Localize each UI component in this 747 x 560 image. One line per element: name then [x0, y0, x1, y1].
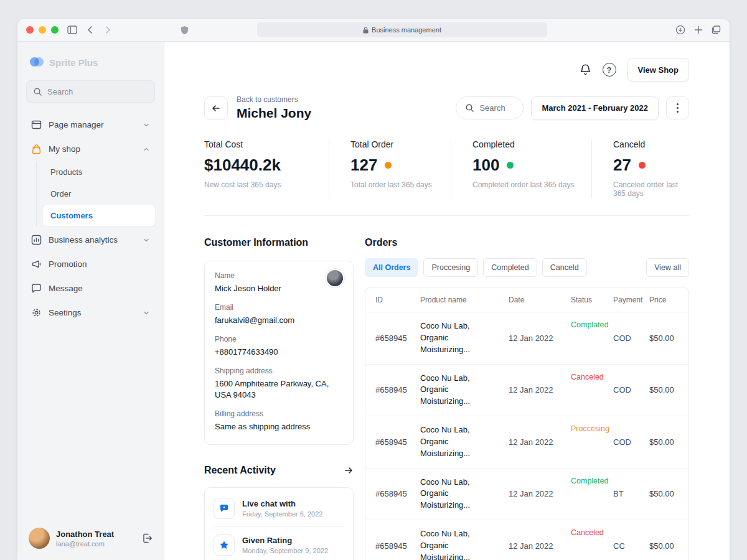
- window-controls[interactable]: [26, 26, 59, 34]
- cell-price: $50.00: [649, 541, 679, 551]
- orders-title: Orders: [365, 237, 689, 248]
- col-payment: Payment: [613, 296, 649, 304]
- header-search-input[interactable]: [479, 103, 514, 113]
- new-tab-icon[interactable]: [694, 26, 703, 34]
- sidebar-item-order[interactable]: Order: [43, 183, 155, 205]
- stat-sub: Total order last 365 days: [350, 180, 444, 189]
- green-dot: [507, 162, 514, 169]
- cell-payment: CC: [613, 541, 649, 551]
- table-row[interactable]: #658945 Coco Nu Lab, Organic Moisturizin…: [365, 469, 688, 521]
- arrow-right-icon[interactable]: [344, 465, 354, 475]
- activity-item-rating[interactable]: Given Rating Monday, September 9, 2022: [214, 526, 344, 560]
- cell-status: Canceled: [571, 528, 613, 537]
- activity-title: Live chat with: [242, 499, 322, 508]
- back-nav-icon[interactable]: [86, 26, 95, 34]
- address-bar[interactable]: Business management: [257, 22, 547, 37]
- stat-label: Canceld: [613, 139, 683, 149]
- tab-all-orders[interactable]: All Orders: [365, 258, 418, 277]
- view-shop-button[interactable]: View Shop: [627, 58, 690, 82]
- logo-text: Sprite Plus: [49, 57, 98, 68]
- shop-bag-icon: [31, 144, 42, 154]
- sidebar-item-message[interactable]: Message: [26, 276, 155, 301]
- bell-icon[interactable]: [580, 63, 591, 76]
- sidebar-item-customers[interactable]: Customers: [43, 205, 155, 226]
- cell-payment: COD: [613, 334, 649, 343]
- date-range-button[interactable]: March 2021 - February 2022: [531, 96, 659, 120]
- col-date: Date: [509, 296, 571, 304]
- stat-value: 100: [472, 156, 499, 175]
- table-row[interactable]: #658945 Coco Nu Lab, Organic Moisturizin…: [365, 365, 688, 417]
- tab-canceled[interactable]: Canceld: [542, 258, 587, 277]
- sidebar-item-promotion[interactable]: Promotion: [26, 252, 155, 276]
- tab-overview-icon[interactable]: [712, 26, 721, 34]
- stat-label: Total Cost: [204, 139, 322, 149]
- back-button[interactable]: [204, 96, 228, 120]
- sidebar-item-label: Page manager: [49, 120, 104, 129]
- stat-label: Completed: [472, 139, 585, 149]
- sidebar-item-business-analytics[interactable]: Business analytics: [26, 228, 155, 252]
- minimize-window-button[interactable]: [39, 26, 46, 34]
- forward-nav-icon[interactable]: [103, 26, 112, 34]
- message-icon: [31, 283, 42, 294]
- sidebar-toggle-icon[interactable]: [67, 26, 77, 34]
- header-search[interactable]: [456, 96, 524, 119]
- view-all-button[interactable]: View all: [646, 258, 689, 277]
- page-manager-icon: [31, 119, 42, 130]
- breadcrumb[interactable]: Back to customers: [237, 95, 311, 104]
- activity-date: Monday, September 9, 2022: [242, 547, 328, 554]
- cell-product: Coco Nu Lab, Organic Moisturizing...: [420, 320, 509, 356]
- star-icon: [214, 534, 235, 556]
- orders-table: ID Product name Date Status Payment Pric…: [365, 287, 689, 560]
- analytics-icon: [31, 235, 42, 245]
- user-name: Jonathon Treat: [56, 530, 114, 539]
- field-value: farukalvi8@gmail.com: [215, 315, 343, 327]
- chevron-up-icon: [143, 146, 150, 153]
- user-profile[interactable]: Jonathon Treat lana@treat.com: [26, 521, 155, 551]
- more-options-button[interactable]: [666, 96, 689, 119]
- chevron-down-icon: [143, 236, 150, 244]
- page-title: Michel Jony: [237, 106, 311, 121]
- cell-id: #658945: [375, 334, 420, 343]
- sidebar-item-label: Promotion: [49, 259, 87, 269]
- stat-total-order: Total Order 127 Total order last 365 day…: [329, 139, 451, 198]
- help-icon[interactable]: ?: [603, 63, 616, 77]
- cell-price: $50.00: [649, 334, 679, 343]
- table-row[interactable]: #658945 Coco Nu Lab, Organic Moisturizin…: [365, 520, 688, 560]
- sidebar-search-input[interactable]: [47, 87, 148, 96]
- close-window-button[interactable]: [26, 26, 34, 34]
- sidebar-item-settings[interactable]: Seetings: [26, 301, 155, 325]
- sidebar-search[interactable]: [26, 80, 155, 103]
- sidebar-item-my-shop[interactable]: My shop: [26, 137, 155, 161]
- tab-processing[interactable]: Proccesing: [423, 258, 478, 277]
- cell-product: Coco Nu Lab, Organic Moisturizing...: [420, 528, 509, 560]
- field-value: Same as shipping address: [215, 421, 343, 433]
- tab-completed[interactable]: Completed: [483, 258, 537, 277]
- maximize-window-button[interactable]: [51, 26, 59, 34]
- cell-payment: COD: [613, 385, 649, 394]
- cell-price: $50.00: [649, 437, 679, 447]
- activity-date: Friday, September 6, 2022: [242, 510, 322, 518]
- browser-toolbar: Business management: [17, 19, 730, 42]
- lock-icon: [363, 27, 369, 34]
- field-value: 1600 Amphiteatre Parkway, CA, USA 94043: [215, 378, 343, 402]
- browser-window: Business management Sprite Plus: [17, 19, 730, 560]
- cell-id: #658945: [375, 437, 420, 447]
- table-row[interactable]: #658945 Coco Nu Lab, Organic Moisturizin…: [365, 416, 688, 469]
- table-row[interactable]: #658945 Coco Nu Lab, Organic Moisturizin…: [365, 312, 688, 365]
- field-value: +8801774633490: [215, 347, 343, 358]
- sidebar-item-page-manager[interactable]: Page manager: [26, 113, 155, 137]
- sidebar: Sprite Plus Page manager: [17, 42, 164, 560]
- cell-date: 12 Jan 2022: [509, 489, 571, 498]
- address-text: Business management: [372, 26, 441, 34]
- customer-info-title: Customer Information: [204, 237, 354, 248]
- field-label: Email: [215, 303, 343, 312]
- downloads-icon[interactable]: [675, 25, 685, 35]
- cell-date: 12 Jan 2022: [509, 334, 571, 343]
- sidebar-item-products[interactable]: Products: [43, 161, 155, 183]
- activity-item-live-chat[interactable]: Live chat with Friday, September 6, 2022: [214, 490, 344, 526]
- main-content: ? View Shop Back to customers Michel Jon…: [164, 42, 730, 560]
- logout-icon[interactable]: [141, 533, 153, 544]
- cell-status: Canceled: [571, 373, 613, 381]
- chevron-down-icon: [143, 309, 150, 317]
- table-header: ID Product name Date Status Payment Pric…: [365, 287, 688, 312]
